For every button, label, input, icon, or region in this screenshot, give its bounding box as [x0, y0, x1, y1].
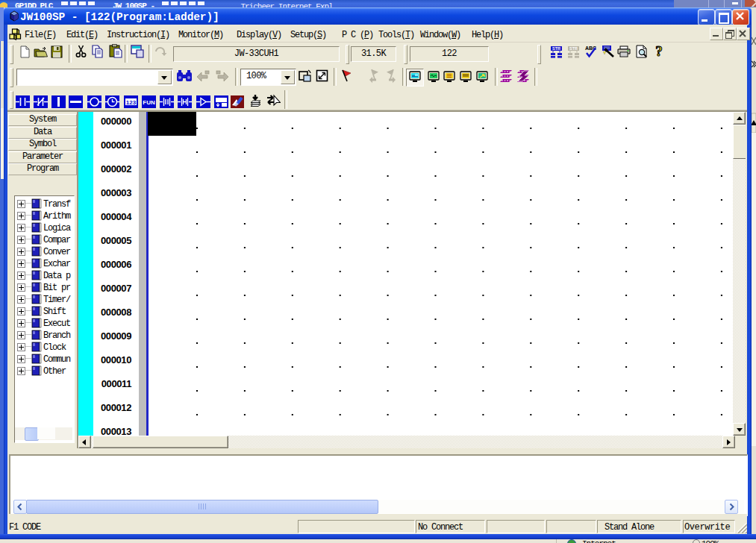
svg-text:?: ? — [655, 45, 663, 59]
svg-text:STR: STR — [569, 46, 578, 51]
svg-text:123: 123 — [126, 99, 137, 106]
svg-text:STR: STR — [552, 46, 560, 51]
svg-text:FUN: FUN — [143, 99, 155, 106]
